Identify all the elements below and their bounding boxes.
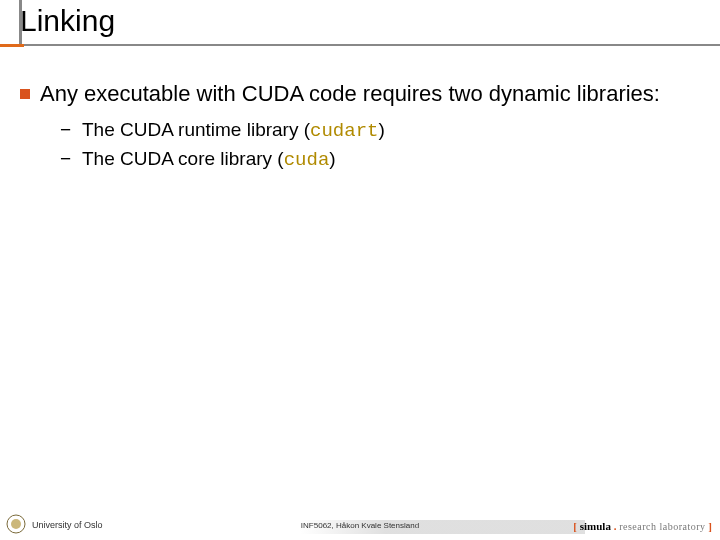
sub-item: − The CUDA core library (cuda) xyxy=(60,147,700,173)
sub-post: ) xyxy=(329,148,335,169)
code-literal: cudart xyxy=(310,120,378,142)
sub-post: ) xyxy=(378,119,384,140)
code-literal: cuda xyxy=(284,149,330,171)
sub-list: − The CUDA runtime library (cudart) − Th… xyxy=(60,118,700,173)
sub-pre: The CUDA runtime library ( xyxy=(82,119,310,140)
slide-body: Any executable with CUDA code requires t… xyxy=(20,80,700,177)
bracket-close: ] xyxy=(706,520,712,532)
title-rule-accent xyxy=(0,44,24,47)
dash-bullet-icon: − xyxy=(60,147,74,172)
brand-rest: research laboratory xyxy=(619,521,705,532)
sub-item: − The CUDA runtime library (cudart) xyxy=(60,118,700,144)
slide-title: Linking xyxy=(20,4,115,38)
brand-simula: simula xyxy=(580,520,611,532)
sub-pre: The CUDA core library ( xyxy=(82,148,284,169)
title-rule xyxy=(0,44,720,46)
bullet-item: Any executable with CUDA code requires t… xyxy=(20,80,700,108)
slide: Linking Any executable with CUDA code re… xyxy=(0,0,720,540)
dash-bullet-icon: − xyxy=(60,118,74,143)
sub-text: The CUDA core library (cuda) xyxy=(82,147,336,173)
square-bullet-icon xyxy=(20,89,30,99)
brand-dot: . xyxy=(611,520,619,532)
footer-right: [ simula . research laboratory ] xyxy=(573,520,712,532)
title-wrap: Linking xyxy=(20,4,115,38)
footer: University of Oslo INF5062, Håkon Kvale … xyxy=(0,510,720,540)
sub-text: The CUDA runtime library (cudart) xyxy=(82,118,385,144)
bullet-text: Any executable with CUDA code requires t… xyxy=(40,80,660,108)
